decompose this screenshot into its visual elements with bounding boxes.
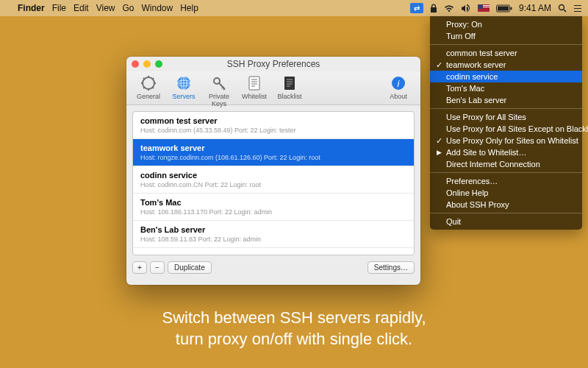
tab-private-keys[interactable]: Private Keys [201,73,237,107]
server-row[interactable]: teamwork serverHost: rongze.codinn.com (… [133,139,414,166]
menu-view[interactable]: View [96,3,115,13]
lock-icon[interactable] [430,4,437,13]
titlebar: SSH Proxy Preferences [126,57,420,71]
wifi-icon[interactable] [444,4,454,13]
server-list: common test serverHost: codinn.com (45.3… [132,111,415,255]
duplicate-button[interactable]: Duplicate [168,261,212,274]
marketing-text: Switch between SSH servers rapidly, turn… [0,308,588,350]
svg-line-4 [564,10,566,12]
svg-point-11 [214,78,220,84]
add-button[interactable]: + [132,261,147,274]
mode-whitelist[interactable]: Use Proxy Only for Sites on Whitelist [430,135,582,146]
svg-rect-12 [249,77,259,90]
tab-servers[interactable]: Servers [166,73,201,100]
spotlight-icon[interactable] [558,4,567,13]
tab-about[interactable]: iAbout [381,73,416,100]
settings-button[interactable]: Settings… [368,261,415,274]
svg-rect-13 [284,77,295,90]
menu-help[interactable]: Help [180,3,198,13]
tab-blacklist[interactable]: Blacklist [272,73,307,100]
direct-connection[interactable]: Direct Internet Connection [430,158,582,170]
window-title: SSH Proxy Preferences [126,59,420,69]
menu-file[interactable]: File [52,3,66,13]
clock[interactable]: 9:41 AM [519,3,551,13]
toolbar: General Servers Private Keys Whitelist B… [126,71,420,105]
mode-all[interactable]: Use Proxy for All Sites [430,111,582,123]
turn-off[interactable]: Turn Off [430,30,582,42]
proxy-dropdown: Proxy: On Turn Off common test server te… [430,16,582,230]
dd-server-0[interactable]: common test server [430,47,582,59]
online-help[interactable]: Online Help [430,187,582,199]
app-menu[interactable]: Finder [18,3,45,13]
svg-point-3 [559,5,564,10]
proxy-status: Proxy: On [430,18,582,30]
add-site-whitelist[interactable]: Add Site to Whitelist… [430,146,582,158]
flag-icon[interactable] [478,4,490,12]
remove-button[interactable]: − [150,261,165,274]
dd-server-4[interactable]: Ben's Lab server [430,94,582,106]
svg-rect-1 [498,6,509,10]
quit[interactable]: Quit [430,216,582,227]
dd-server-1[interactable]: teamwork server [430,59,582,71]
preferences[interactable]: Preferences… [430,175,582,187]
volume-icon[interactable] [461,4,471,13]
dd-server-3[interactable]: Tom's Mac [430,82,582,94]
dd-server-2[interactable]: codinn service [430,71,582,82]
mode-except-blacklist[interactable]: Use Proxy for All Sites Except on Blackl… [430,123,582,135]
menu-go[interactable]: Go [123,3,135,13]
server-row[interactable]: codinn serviceHost: codinn.com.CN Port: … [133,166,414,194]
bottom-bar: + − Duplicate Settings… [126,261,420,274]
battery-icon[interactable] [496,4,512,13]
server-row[interactable]: Tom's MacHost: 106.186.113.170 Port: 22 … [133,194,414,221]
menu-edit[interactable]: Edit [74,3,89,13]
menubar: Finder File Edit View Go Window Help ⇄ 9… [0,0,588,16]
proxy-menubar-icon[interactable]: ⇄ [410,3,423,13]
svg-rect-2 [510,7,512,10]
tab-general[interactable]: General [131,73,166,100]
server-row[interactable]: common test serverHost: codinn.com (45.3… [133,112,414,139]
preferences-window: SSH Proxy Preferences General Servers Pr… [126,57,420,285]
notification-center-icon[interactable] [573,4,582,13]
server-row[interactable]: Ben's Lab serverHost: 108.59.11.83 Port:… [133,221,414,248]
tab-whitelist[interactable]: Whitelist [237,73,272,100]
menu-window[interactable]: Window [142,3,173,13]
about-ssh-proxy[interactable]: About SSH Proxy [430,199,582,210]
